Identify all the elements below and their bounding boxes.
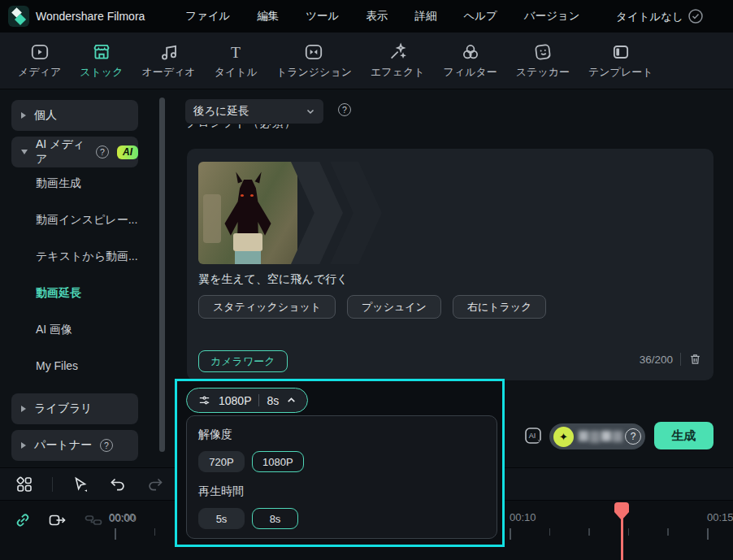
menu-view[interactable]: 表示: [366, 9, 388, 24]
menu-advanced[interactable]: 詳細: [414, 9, 436, 24]
playhead[interactable]: [614, 502, 629, 560]
sidebar-scrollbar[interactable]: [159, 98, 165, 452]
extend-mode-dropdown[interactable]: 後ろに延長: [185, 99, 323, 124]
resolution-option-1080p[interactable]: 1080P: [252, 451, 304, 472]
blurred-credit-amount: [579, 431, 622, 443]
tab-stickers[interactable]: ステッカー: [510, 41, 576, 80]
expand-arrow-icon: [21, 150, 28, 154]
tab-effects[interactable]: エフェクト: [364, 41, 432, 80]
layout-grid-icon[interactable]: [15, 475, 34, 494]
sidebar-item-video-inspiration[interactable]: 動画インスピレー...: [36, 213, 137, 228]
collapse-arrow-icon: [21, 406, 26, 412]
template-icon: [610, 41, 631, 63]
stock-store-icon: [91, 41, 112, 63]
sparkle-credit-icon: ✦: [553, 427, 574, 447]
sidebar-item-my-files[interactable]: My Files: [36, 359, 78, 372]
select-cursor-icon[interactable]: [71, 475, 90, 494]
effects-wand-icon: [387, 41, 408, 63]
sidebar-group-library[interactable]: ライブラリ: [11, 393, 138, 424]
audio-note-icon: [158, 41, 180, 63]
project-title: タイトルなし: [616, 10, 683, 24]
sidebar-item-text-to-video[interactable]: テキストから動画...: [36, 250, 138, 264]
ruler-tick: [588, 528, 590, 536]
ruler-tick: [549, 528, 551, 536]
menu-tools[interactable]: ツール: [306, 9, 339, 24]
sticker-smiley-icon: [532, 41, 553, 63]
tab-templates[interactable]: テンプレート: [582, 41, 660, 80]
sidebar-group-ai-media[interactable]: AI メディア ? AI: [11, 137, 138, 167]
credits-help-icon[interactable]: ?: [625, 428, 641, 445]
filmora-logo-icon: [8, 6, 29, 27]
prompt-text[interactable]: 翼を生えて、空に飛んで行く: [198, 272, 348, 287]
help-icon[interactable]: ?: [100, 439, 113, 452]
chevron-up-icon: [286, 395, 297, 406]
ruler-label: 00:10: [510, 511, 536, 523]
suggestion-chips: スタティックショット プッシュイン 右にトラック: [198, 295, 546, 319]
sidebar-group-personal[interactable]: 個人: [11, 100, 138, 131]
settings-panel: 解像度 720P 1080P 再生時間 5s 8s: [186, 415, 497, 539]
tab-transitions[interactable]: トランジション: [270, 41, 358, 80]
chip-track-right[interactable]: 右にトラック: [453, 295, 547, 319]
credits-pill[interactable]: ✦ ?: [549, 423, 645, 449]
duration-option-8s[interactable]: 8s: [252, 508, 298, 529]
ruler-tick: [154, 528, 156, 536]
ruler-label: 00:15: [707, 511, 733, 523]
ruler-tick: [707, 528, 709, 540]
tab-stock[interactable]: ストック: [73, 41, 129, 80]
camera-work-button[interactable]: カメラワーク: [198, 350, 288, 372]
prompt-card: 翼を生えて、空に飛んで行く スタティックショット プッシュイン 右にトラック カ…: [187, 149, 713, 380]
playhead-line: [621, 517, 623, 560]
chip-push-in[interactable]: プッシュイン: [347, 295, 441, 319]
tab-media[interactable]: メディア: [11, 41, 67, 80]
title-T-icon: T: [225, 41, 246, 63]
collapse-arrow-icon: [21, 112, 26, 119]
menu-edit[interactable]: 編集: [257, 9, 279, 24]
transition-icon: [303, 41, 324, 63]
sidebar-item-ai-image[interactable]: AI 画像: [36, 323, 72, 337]
prompt-section-label: プロンプト（必須）: [185, 124, 297, 134]
sliders-icon: [197, 393, 211, 407]
svg-text:T: T: [231, 44, 241, 61]
source-frame-thumbnail[interactable]: [198, 162, 297, 264]
generation-settings-popup: 1080P 8s 解像度 720P 1080P 再生時間 5s 8s: [175, 379, 505, 547]
sidebar-item-video-generation[interactable]: 動画生成: [36, 176, 81, 191]
tabbar: メディア ストック オーディオ T タイトル トランジション エフェクト フィル…: [0, 33, 733, 89]
generate-button[interactable]: 生成: [654, 422, 713, 449]
tab-filters[interactable]: フィルター: [437, 41, 504, 80]
chip-static-shot[interactable]: スタティックショット: [198, 295, 336, 319]
ruler-label: 00:00: [109, 511, 136, 523]
filmora-window: Wondershare Filmora ファイル 編集 ツール 表示 詳細 ヘル…: [0, 0, 733, 560]
mode-help-icon[interactable]: ?: [338, 103, 351, 116]
delete-prompt-icon[interactable]: [688, 352, 702, 367]
resolution-label: 解像度: [198, 428, 497, 442]
menubar: Wondershare Filmora ファイル 編集 ツール 表示 詳細 ヘル…: [0, 0, 733, 33]
menu-version[interactable]: バージョン: [524, 9, 580, 24]
filter-circles-icon: [460, 41, 481, 63]
collapse-arrow-icon: [21, 442, 26, 449]
ai-copywriting-icon[interactable]: AI: [523, 425, 545, 447]
divider: [680, 353, 681, 366]
tab-titles[interactable]: T タイトル: [208, 41, 264, 80]
sidebar: 個人 AI メディア ? AI 動画生成 動画インスピレー... テキストから動…: [0, 89, 172, 467]
menu-file[interactable]: ファイル: [185, 9, 230, 24]
chevron-down-icon: [306, 106, 315, 116]
menu-help[interactable]: ヘルプ: [463, 9, 497, 24]
tab-audio[interactable]: オーディオ: [135, 41, 202, 80]
app-title: Wondershare Filmora: [36, 10, 145, 23]
resolution-option-720p[interactable]: 720P: [198, 451, 245, 472]
divider: [52, 477, 53, 492]
undo-icon[interactable]: [108, 475, 128, 494]
menu-items: ファイル 編集 ツール 表示 詳細 ヘルプ バージョン: [185, 0, 580, 33]
extend-direction-chevron: [291, 162, 343, 264]
ai-badge: AI: [117, 145, 138, 159]
settings-summary-button[interactable]: 1080P 8s: [186, 388, 308, 413]
saved-check-icon: [687, 8, 704, 24]
help-icon[interactable]: ?: [96, 145, 109, 158]
sidebar-group-partner[interactable]: パートナー ?: [11, 430, 138, 461]
redo-icon[interactable]: [145, 475, 165, 494]
sidebar-item-video-extension[interactable]: 動画延長: [36, 286, 81, 301]
duration-option-5s[interactable]: 5s: [198, 508, 245, 529]
ruler-tick: [115, 528, 116, 540]
svg-text:AI: AI: [529, 432, 536, 440]
duration-label: 再生時間: [198, 484, 497, 499]
